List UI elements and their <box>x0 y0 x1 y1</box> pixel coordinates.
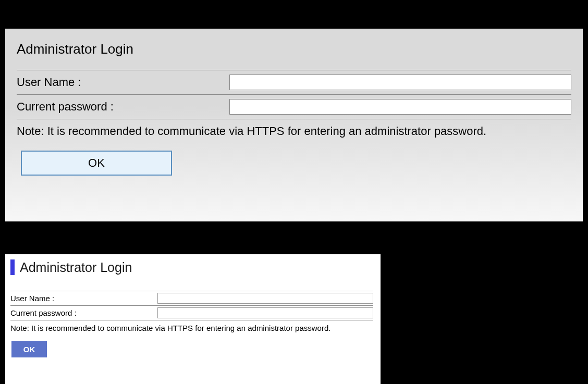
username-input[interactable] <box>229 75 571 90</box>
username-label: User Name : <box>17 76 229 89</box>
password-input[interactable] <box>229 99 571 115</box>
https-note: Note: It is recommended to communicate v… <box>17 119 571 151</box>
accent-bar-icon <box>10 259 15 275</box>
https-note: Note: It is recommended to communicate v… <box>10 320 373 341</box>
username-row: User Name : <box>10 291 373 305</box>
password-input[interactable] <box>157 307 373 318</box>
panel-title: Administrator Login <box>17 41 571 57</box>
password-label: Current password : <box>10 308 157 317</box>
password-row: Current password : <box>10 305 373 320</box>
password-label: Current password : <box>17 100 229 114</box>
username-input[interactable] <box>157 293 373 304</box>
username-label: User Name : <box>10 294 157 303</box>
password-row: Current password : <box>17 94 571 119</box>
login-panel-variant-b: Administrator Login User Name : Current … <box>5 254 381 384</box>
ok-button[interactable]: OK <box>11 341 47 357</box>
login-panel-variant-a: Administrator Login User Name : Current … <box>5 29 583 221</box>
ok-button[interactable]: OK <box>21 151 172 176</box>
panel-title: Administrator Login <box>20 260 132 275</box>
username-row: User Name : <box>17 70 571 94</box>
panel-header: Administrator Login <box>10 259 373 275</box>
